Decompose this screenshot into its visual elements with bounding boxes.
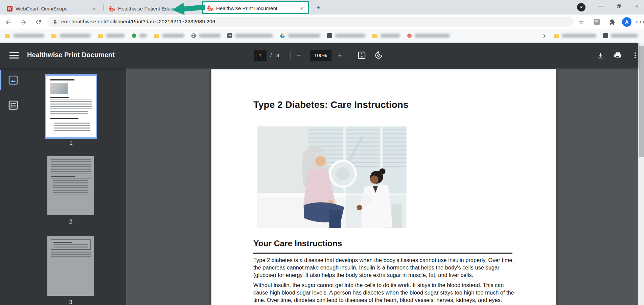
bookmark-item[interactable] <box>280 33 320 38</box>
restore-icon <box>616 4 621 9</box>
bookmark-label-blurred <box>60 34 91 38</box>
bookmark-item[interactable] <box>5 33 44 38</box>
url-text: emr.healthwise.net/Fulfillment/Print?dat… <box>61 19 215 25</box>
bookmark-item[interactable] <box>407 33 450 38</box>
folder-icon <box>97 33 103 38</box>
toolbar-divider <box>349 51 349 60</box>
back-icon <box>5 19 12 26</box>
bookmark-item[interactable] <box>191 33 221 38</box>
thumbnail-page-number: 1 <box>45 140 97 146</box>
scrollbar-thumb[interactable] <box>639 46 644 157</box>
fit-to-page-button[interactable] <box>357 51 366 60</box>
download-icon <box>596 51 604 60</box>
page-thumbnail-1[interactable] <box>45 74 97 139</box>
extensions-puzzle-button[interactable] <box>607 17 617 27</box>
bookmark-star-button[interactable]: ☆ <box>576 17 586 27</box>
bookmark-item[interactable] <box>154 33 184 38</box>
page-total: 3 <box>276 52 279 58</box>
vertical-scrollbar[interactable] <box>638 43 644 305</box>
bookmark-item[interactable] <box>327 33 365 38</box>
new-tab-button[interactable]: + <box>314 3 323 12</box>
avatar-letter: A <box>622 17 631 27</box>
toolbar-divider <box>290 51 291 60</box>
body-paragraph: Without insulin, the sugar cannot get in… <box>253 282 516 304</box>
page-thumbnail-3[interactable] <box>47 236 94 296</box>
print-button[interactable] <box>613 51 622 60</box>
section-heading-rule <box>253 253 512 254</box>
site-favicon-icon <box>603 33 608 38</box>
tab-search-button[interactable] <box>577 3 585 11</box>
bookmarks-overflow-items <box>553 33 638 38</box>
address-bar: emr.healthwise.net/Fulfillment/Print?dat… <box>0 15 644 29</box>
pdf-more-options-button[interactable] <box>630 51 640 60</box>
forward-icon <box>20 19 27 26</box>
patient-doctor-photo <box>257 126 407 228</box>
back-button[interactable] <box>3 17 13 27</box>
tab-webchart[interactable]: W WebChart: OmniScope × <box>3 3 101 15</box>
profile-avatar[interactable]: A <box>622 17 632 27</box>
bookmarks-bar <box>0 29 644 43</box>
bookmark-item[interactable] <box>603 33 638 38</box>
bookmark-label-blurred <box>13 34 44 38</box>
folder-icon <box>553 33 559 38</box>
pdf-content-area: 1 2 3 <box>0 68 638 305</box>
bookmark-item[interactable] <box>372 33 400 38</box>
healthwise-favicon-icon <box>109 6 115 11</box>
bookmark-label-blurred <box>335 34 365 38</box>
tab-close-icon[interactable]: × <box>91 6 97 12</box>
download-button[interactable] <box>596 51 605 60</box>
browser-menu-button[interactable] <box>635 17 644 27</box>
puzzle-icon <box>609 19 616 25</box>
globe-icon <box>191 33 196 38</box>
tab-strip: W WebChart: OmniScope × Healthwise Patie… <box>0 0 644 15</box>
annotation-arrow <box>170 0 206 18</box>
bookmark-item[interactable] <box>51 33 91 38</box>
window-restore-button[interactable] <box>611 0 626 12</box>
tab-title: WebChart: OmniScope <box>16 6 88 11</box>
tab-separator <box>104 4 104 10</box>
thumbnail-view-button[interactable] <box>7 74 19 86</box>
window-close-button[interactable]: × <box>629 0 644 12</box>
page-number-input[interactable]: 1 <box>254 50 267 61</box>
page-separator: / <box>270 52 272 58</box>
site-favicon-icon <box>407 33 412 38</box>
site-favicon-icon <box>327 33 332 38</box>
bookmark-label-blurred <box>562 34 596 38</box>
browser-window: W WebChart: OmniScope × Healthwise Patie… <box>0 0 644 305</box>
chevron-right-icon <box>543 33 547 38</box>
bookmark-item[interactable] <box>132 33 147 38</box>
forward-button[interactable] <box>19 17 28 27</box>
zoom-level-value: 100% <box>310 50 331 61</box>
window-minimize-button[interactable] <box>593 0 608 12</box>
webchart-favicon-icon: W <box>7 6 13 11</box>
bookmark-item[interactable] <box>553 33 596 38</box>
reload-button[interactable] <box>34 17 43 27</box>
active-view-indicator <box>0 70 1 90</box>
bookmarks-overflow-button[interactable] <box>543 33 547 38</box>
site-favicon-icon <box>132 33 137 38</box>
rotate-button[interactable] <box>374 51 383 60</box>
pdf-viewer: Type 2 Diabetes: Care Instructions <box>126 68 638 305</box>
folder-icon <box>51 33 57 38</box>
url-field[interactable]: emr.healthwise.net/Fulfillment/Print?dat… <box>47 17 573 27</box>
minimize-icon <box>598 6 603 6</box>
section-heading: Your Care Instructions <box>253 239 342 248</box>
bookmark-item[interactable] <box>97 33 125 38</box>
extension-icon[interactable] <box>592 17 602 27</box>
google-drive-icon <box>280 33 285 38</box>
pdf-toolbar: Healthwise Print Document 1 / 3 − 100% + <box>0 43 638 68</box>
bookmark-label-blurred <box>611 34 638 38</box>
pdf-menu-button[interactable] <box>9 52 19 60</box>
bookmark-item[interactable] <box>227 33 273 38</box>
zoom-out-button[interactable]: − <box>293 50 304 61</box>
body-paragraph: Type 2 diabetes is a disease that develo… <box>253 257 516 279</box>
password-extension-icon <box>594 19 600 25</box>
pdf-sidebar: 1 2 3 <box>0 68 126 305</box>
mail-favicon-icon <box>227 33 232 38</box>
rotate-ccw-icon <box>374 51 383 60</box>
page-thumbnail-2[interactable] <box>47 156 94 215</box>
outline-view-button[interactable] <box>7 99 19 111</box>
reload-icon <box>35 19 42 25</box>
zoom-in-button[interactable]: + <box>334 50 346 61</box>
bookmark-label-blurred <box>139 34 147 38</box>
